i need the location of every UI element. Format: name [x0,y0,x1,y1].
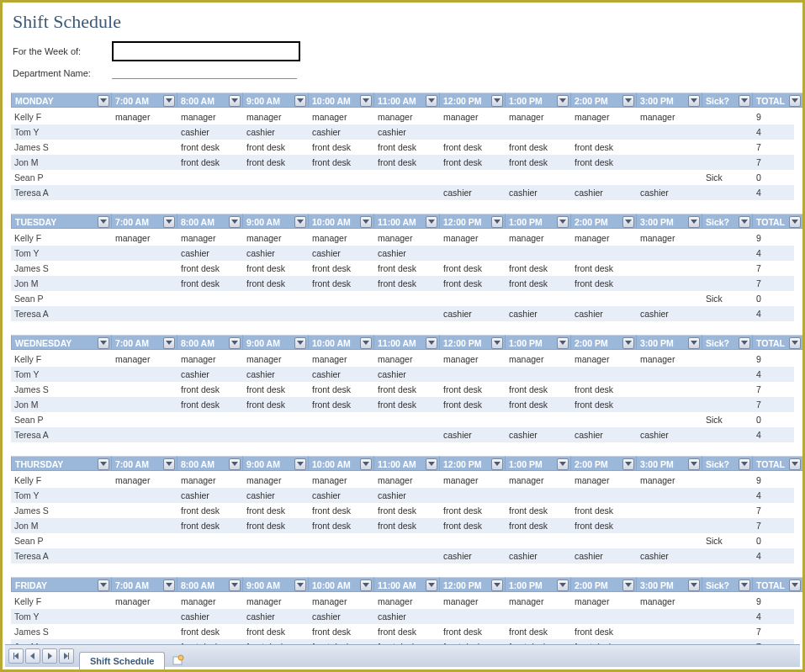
column-header[interactable]: 2:00 PM [571,577,637,592]
column-header[interactable]: 8:00 AM [177,456,243,471]
shift-cell[interactable] [112,276,177,291]
shift-cell[interactable] [506,170,571,185]
shift-cell[interactable]: front desk [309,518,374,533]
sick-cell[interactable] [702,261,753,276]
filter-dropdown-icon[interactable] [622,337,634,349]
day-name-header[interactable]: FRIDAY [11,577,112,592]
filter-dropdown-icon[interactable] [739,216,750,228]
shift-cell[interactable] [374,306,440,321]
filter-dropdown-icon[interactable] [163,579,175,591]
column-header[interactable]: 9:00 AM [243,93,309,108]
shift-cell[interactable]: front desk [309,155,374,170]
shift-cell[interactable] [112,609,177,624]
shift-cell[interactable]: front desk [177,397,243,412]
sheet-tab-active[interactable]: Shift Schedule [79,652,165,669]
tab-nav-prev[interactable] [25,648,40,664]
shift-cell[interactable]: cashier [177,246,243,261]
shift-cell[interactable]: manager [112,230,177,246]
filter-dropdown-icon[interactable] [739,95,750,107]
shift-cell[interactable] [637,382,702,397]
shift-cell[interactable] [571,412,637,427]
shift-cell[interactable] [637,624,702,639]
filter-dropdown-icon[interactable] [426,579,437,591]
week-input[interactable] [112,41,300,61]
shift-cell[interactable]: front desk [177,261,243,276]
shift-cell[interactable]: cashier [374,124,440,140]
column-header[interactable]: 12:00 PM [440,93,506,108]
shift-cell[interactable]: front desk [506,382,571,397]
shift-cell[interactable] [506,246,571,261]
shift-cell[interactable] [243,412,309,427]
shift-cell[interactable] [243,427,309,442]
shift-cell[interactable]: manager [571,473,637,488]
tab-nav-next[interactable] [42,648,57,664]
shift-cell[interactable]: manager [571,352,637,367]
shift-cell[interactable] [112,503,177,518]
shift-cell[interactable]: front desk [177,518,243,533]
shift-cell[interactable]: front desk [440,155,506,170]
shift-cell[interactable] [112,306,177,321]
filter-dropdown-icon[interactable] [98,579,109,591]
shift-cell[interactable]: manager [506,473,571,488]
shift-cell[interactable]: manager [112,109,177,124]
shift-cell[interactable] [309,548,374,564]
filter-dropdown-icon[interactable] [557,579,569,591]
shift-cell[interactable] [309,306,374,321]
shift-cell[interactable]: manager [309,352,374,367]
shift-cell[interactable] [112,155,177,170]
shift-cell[interactable]: cashier [571,306,637,321]
shift-cell[interactable] [112,140,177,155]
column-header[interactable]: 7:00 AM [112,93,177,108]
sick-cell[interactable] [702,594,753,609]
shift-cell[interactable]: front desk [243,261,309,276]
shift-cell[interactable]: cashier [374,246,440,261]
sick-cell[interactable] [702,518,753,533]
column-header[interactable]: Sick? [702,93,753,108]
shift-cell[interactable]: front desk [571,518,637,533]
shift-cell[interactable] [374,412,440,427]
shift-cell[interactable] [506,367,571,382]
shift-cell[interactable] [177,185,243,200]
filter-dropdown-icon[interactable] [163,337,175,349]
shift-cell[interactable] [112,518,177,533]
column-header[interactable]: 10:00 AM [309,214,374,229]
shift-cell[interactable] [243,291,309,306]
filter-dropdown-icon[interactable] [739,458,750,470]
column-header[interactable]: 1:00 PM [506,456,571,471]
shift-cell[interactable]: cashier [571,427,637,442]
shift-cell[interactable]: cashier [309,488,374,503]
shift-cell[interactable]: cashier [177,609,243,624]
shift-cell[interactable] [374,427,440,442]
shift-cell[interactable] [177,548,243,564]
shift-cell[interactable]: front desk [309,397,374,412]
column-header[interactable]: 3:00 PM [637,93,702,108]
shift-cell[interactable]: front desk [243,382,309,397]
shift-cell[interactable] [177,412,243,427]
column-header[interactable]: Sick? [702,577,753,592]
sick-cell[interactable] [702,624,753,639]
tab-nav-first[interactable] [8,648,24,664]
sick-cell[interactable] [702,306,753,321]
shift-cell[interactable]: front desk [177,382,243,397]
filter-dropdown-icon[interactable] [426,95,437,107]
sick-cell[interactable]: Sick [702,170,753,185]
column-header[interactable]: 1:00 PM [506,335,571,350]
shift-cell[interactable] [637,503,702,518]
column-header[interactable]: 11:00 AM [374,577,440,592]
filter-dropdown-icon[interactable] [229,216,241,228]
shift-cell[interactable] [506,291,571,306]
column-header[interactable]: TOTAL [753,577,802,592]
shift-cell[interactable] [309,412,374,427]
new-sheet-icon[interactable] [172,653,185,667]
shift-cell[interactable]: manager [177,352,243,367]
filter-dropdown-icon[interactable] [360,216,372,228]
shift-cell[interactable]: front desk [374,276,440,291]
shift-cell[interactable]: manager [374,352,440,367]
shift-cell[interactable] [637,609,702,624]
shift-cell[interactable] [112,291,177,306]
shift-cell[interactable] [637,276,702,291]
day-name-header[interactable]: MONDAY [11,93,112,108]
shift-cell[interactable]: front desk [506,397,571,412]
shift-cell[interactable]: front desk [440,382,506,397]
filter-dropdown-icon[interactable] [557,95,569,107]
